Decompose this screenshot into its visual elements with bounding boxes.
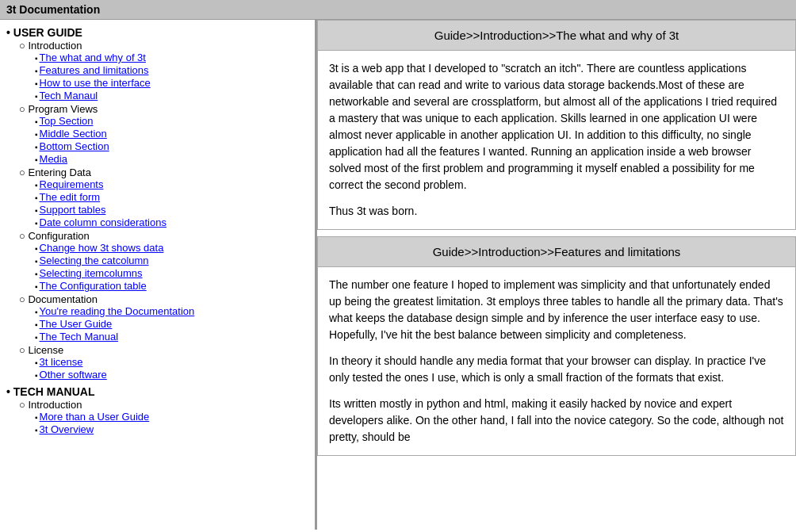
list-item: Middle Section <box>35 128 312 140</box>
list-item: Bottom Section <box>35 140 312 152</box>
content-body-features: The number one feature I hoped to implem… <box>318 267 795 455</box>
documentation-label: Documentation <box>19 293 98 305</box>
content-header-features: Guide>>Introduction>>Features and limita… <box>318 237 795 267</box>
edit-form-link[interactable]: The edit form <box>40 191 101 203</box>
content-header-intro: Guide>>Introduction>>The what and why of… <box>318 21 795 51</box>
list-item: Features and limitations <box>35 64 312 76</box>
top-section-link[interactable]: Top Section <box>40 115 94 127</box>
introduction-items: The what and why of 3t Features and limi… <box>19 52 312 101</box>
main-container: USER GUIDE Introduction The what and why… <box>0 20 796 530</box>
3t-overview-link[interactable]: 3t Overview <box>40 423 94 435</box>
config-table-link[interactable]: The Configuration table <box>40 280 147 292</box>
list-item: Top Section <box>35 115 312 127</box>
sidebar-section-tech-manual: TECH MANUAL Introduction More than a Use… <box>6 385 312 435</box>
list-item: Support tables <box>35 204 312 216</box>
license-items: 3t license Other software <box>19 356 312 381</box>
user-guide-groups: Introduction The what and why of 3t Feat… <box>6 39 312 381</box>
list-item: Media <box>35 153 312 165</box>
content-header-intro-text: Guide>>Introduction>>The what and why of… <box>434 29 679 42</box>
change-how-link[interactable]: Change how 3t shows data <box>40 242 164 254</box>
intro-para-2: Thus 3t was born. <box>329 203 784 220</box>
features-para-3: Its written mostly in python and html, m… <box>329 396 784 446</box>
program-views-label: Program Views <box>19 103 98 115</box>
support-tables-link[interactable]: Support tables <box>40 204 106 216</box>
list-item: The Tech Manual <box>35 331 312 343</box>
list-item: Selecting the catcolumn <box>35 255 312 266</box>
list-item: The edit form <box>35 191 312 203</box>
what-and-why-link[interactable]: The what and why of 3t <box>40 52 146 63</box>
list-item: How to use the interface <box>35 77 312 89</box>
content-header-features-text: Guide>>Introduction>>Features and limita… <box>433 245 681 258</box>
documentation-items: You're reading the Documentation The Use… <box>19 305 312 343</box>
list-item: Date column considerations <box>35 216 312 228</box>
tech-manaul-link[interactable]: Tech Manaul <box>40 90 98 101</box>
configuration-label: Configuration <box>19 230 90 242</box>
title-bar: 3t Documentation <box>0 0 796 20</box>
list-item: The User Guide <box>35 318 312 330</box>
tech-manual-label: TECH MANUAL <box>6 385 94 398</box>
sidebar-group-introduction-tech: Introduction More than a User Guide 3t O… <box>19 398 312 435</box>
configuration-items: Change how 3t shows data Selecting the c… <box>19 242 312 292</box>
user-guide-label: USER GUIDE <box>6 26 82 39</box>
list-item: More than a User Guide <box>35 411 312 423</box>
content-area: Guide>>Introduction>>The what and why of… <box>317 20 796 530</box>
content-body-intro: 3t is a web app that I developed to "scr… <box>318 51 795 229</box>
list-item: Selecting itemcolumns <box>35 267 312 279</box>
tech-manual-link[interactable]: The Tech Manual <box>40 331 119 343</box>
reading-docs-link[interactable]: You're reading the Documentation <box>40 305 195 317</box>
sidebar-group-license: License 3t license Other software <box>19 343 312 381</box>
list-item: You're reading the Documentation <box>35 305 312 317</box>
tech-manual-groups: Introduction More than a User Guide 3t O… <box>6 398 312 435</box>
list-item: 3t Overview <box>35 423 312 435</box>
how-to-use-link[interactable]: How to use the interface <box>40 77 151 89</box>
list-item: Other software <box>35 369 312 381</box>
media-link[interactable]: Media <box>40 153 67 165</box>
sidebar-nav: USER GUIDE Introduction The what and why… <box>3 26 312 435</box>
features-para-1: The number one feature I hoped to implem… <box>329 277 784 343</box>
middle-section-link[interactable]: Middle Section <box>40 128 107 140</box>
sidebar-group-configuration: Configuration Change how 3t shows data S… <box>19 229 312 292</box>
license-label: License <box>19 344 63 356</box>
content-section-intro: Guide>>Introduction>>The what and why of… <box>317 20 796 230</box>
sidebar-group-entering-data: Entering Data Requirements The edit form… <box>19 166 312 228</box>
bottom-section-link[interactable]: Bottom Section <box>40 140 109 152</box>
date-column-link[interactable]: Date column considerations <box>40 216 166 228</box>
requirements-link[interactable]: Requirements <box>40 178 104 190</box>
sidebar-group-program-views: Program Views Top Section Middle Section… <box>19 102 312 165</box>
sidebar-section-user-guide: USER GUIDE Introduction The what and why… <box>6 26 312 381</box>
sidebar-group-documentation: Documentation You're reading the Documen… <box>19 293 312 343</box>
select-catcolumn-link[interactable]: Selecting the catcolumn <box>40 255 149 266</box>
introduction-group-label: Introduction <box>19 40 82 52</box>
more-than-user-guide-link[interactable]: More than a User Guide <box>40 411 150 423</box>
list-item: Tech Manaul <box>35 90 312 101</box>
features-para-2: In theory it should handle any media for… <box>329 353 784 386</box>
list-item: The what and why of 3t <box>35 52 312 63</box>
features-link[interactable]: Features and limitations <box>40 64 149 76</box>
title-text: 3t Documentation <box>6 3 100 16</box>
program-views-items: Top Section Middle Section Bottom Sectio… <box>19 115 312 165</box>
sidebar-group-introduction: Introduction The what and why of 3t Feat… <box>19 39 312 101</box>
3t-license-link[interactable]: 3t license <box>40 356 83 368</box>
introduction-tech-items: More than a User Guide 3t Overview <box>19 411 312 435</box>
list-item: Change how 3t shows data <box>35 242 312 254</box>
content-section-features: Guide>>Introduction>>Features and limita… <box>317 236 796 456</box>
list-item: The Configuration table <box>35 280 312 292</box>
other-software-link[interactable]: Other software <box>40 369 107 381</box>
list-item: 3t license <box>35 356 312 368</box>
list-item: Requirements <box>35 178 312 190</box>
entering-data-items: Requirements The edit form Support table… <box>19 178 312 228</box>
sidebar[interactable]: USER GUIDE Introduction The what and why… <box>0 20 317 530</box>
introduction-tech-label: Introduction <box>19 399 82 411</box>
user-guide-link[interactable]: The User Guide <box>40 318 113 330</box>
intro-para-1: 3t is a web app that I developed to "scr… <box>329 60 784 193</box>
select-itemcolumns-link[interactable]: Selecting itemcolumns <box>40 267 143 279</box>
entering-data-label: Entering Data <box>19 166 91 178</box>
section-gap <box>317 230 796 236</box>
